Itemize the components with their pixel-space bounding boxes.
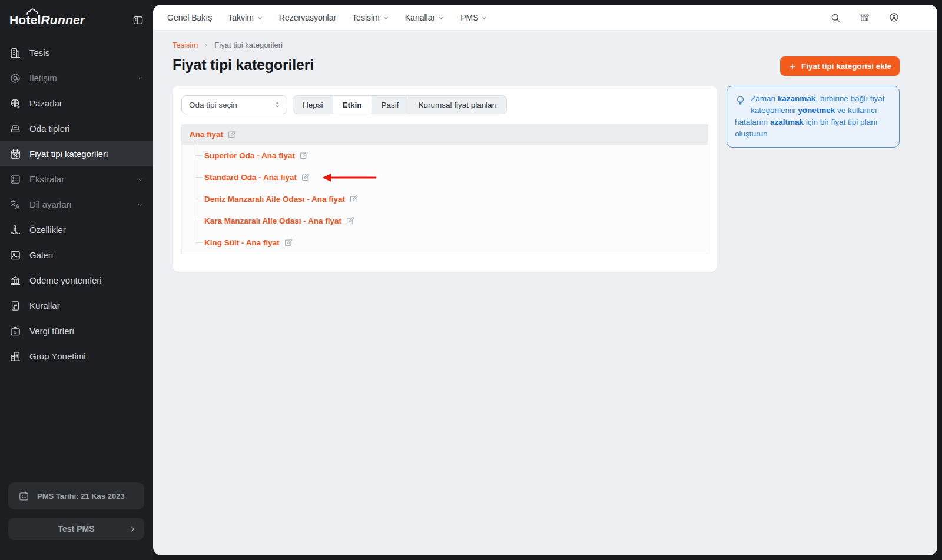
sidebar: HotelRunner Tesis İletişim Pazarlar Oda …: [0, 0, 153, 560]
tree-root-row: Ana fiyat: [181, 124, 708, 145]
pms-date-badge: PMS Tarihi: 21 Kas 2023: [8, 482, 144, 509]
filter-etkin[interactable]: Etkin: [333, 96, 372, 114]
store-icon[interactable]: [859, 12, 870, 23]
chevron-right-icon: [203, 42, 209, 48]
filter-pasif[interactable]: Pasif: [372, 96, 409, 114]
at-icon: [9, 72, 21, 84]
cloud-icon: [26, 8, 52, 15]
sidebar-item-label: Oda tipleri: [29, 124, 69, 134]
account-icon[interactable]: [888, 12, 900, 23]
sidebar-item-label: İletişim: [29, 73, 57, 83]
sidebar-item-odeme-yontemleri[interactable]: Ödeme yöntemleri: [0, 268, 153, 293]
chevron-down-icon: [481, 15, 487, 21]
tree-item-link[interactable]: Standard Oda - Ana fiyat: [204, 173, 310, 182]
topnav-kanallar[interactable]: Kanallar: [405, 13, 445, 22]
topnav-pms[interactable]: PMS: [460, 13, 487, 22]
topnav-takvim[interactable]: Takvim: [228, 13, 263, 22]
tree-item-label: Deniz Manzaralı Aile Odası - Ana fiyat: [204, 195, 345, 204]
add-rate-category-label: Fiyat tipi kategorisi ekle: [801, 62, 891, 71]
tree-row: Deniz Manzaralı Aile Odası - Ana fiyat: [182, 188, 708, 210]
building-icon: [9, 47, 21, 59]
topnav-tesisim[interactable]: Tesisim: [352, 13, 389, 22]
room-type-select[interactable]: Oda tipi seçin: [181, 95, 287, 114]
pms-date-label: PMS Tarihi: 21 Kas 2023: [37, 492, 125, 501]
annotation-arrow-left-icon: [321, 173, 378, 182]
buildings-icon: [9, 351, 21, 362]
edit-icon[interactable]: [299, 151, 308, 160]
sidebar-item-galeri[interactable]: Galeri: [0, 242, 153, 268]
edit-icon[interactable]: [349, 195, 358, 204]
topnav-label: Rezervasyonlar: [279, 13, 336, 22]
bank-icon: [9, 275, 21, 286]
sidebar-item-label: Kurallar: [29, 301, 60, 311]
sidebar-item-label: Dil ayarları: [29, 199, 72, 209]
sidebar-item-iletisim[interactable]: İletişim: [0, 65, 153, 91]
tree-body: Superior Oda - Ana fiyat Standard Oda - …: [181, 145, 708, 254]
tree-item-label: Kara Manzaralı Aile Odası - Ana fiyat: [204, 216, 341, 225]
status-filter-group: Hepsi Etkin Pasif Kurumsal fiyat planlar…: [293, 95, 507, 114]
sidebar-item-vergi-turleri[interactable]: $ Vergi türleri: [0, 318, 153, 344]
sidebar-item-pazarlar[interactable]: Pazarlar: [0, 91, 153, 116]
test-pms-button[interactable]: Test PMS: [8, 518, 144, 540]
breadcrumb-current: Fiyat tipi kategorileri: [214, 41, 283, 49]
sidebar-collapse-icon[interactable]: [132, 15, 144, 26]
filter-kurumsal-fiyat-planlari[interactable]: Kurumsal fiyat planları: [409, 96, 507, 114]
tree-item-link[interactable]: King Süit - Ana fiyat: [204, 238, 293, 247]
tip-text: Zaman kazanmak, birbirine bağlı fiyat ka…: [735, 94, 884, 138]
topnav-label: Kanallar: [405, 13, 435, 22]
tree-item-label: Superior Oda - Ana fiyat: [204, 151, 295, 160]
filter-hepsi[interactable]: Hepsi: [293, 96, 333, 114]
edit-icon[interactable]: [301, 173, 310, 182]
breadcrumb-parent[interactable]: Tesisim: [173, 41, 198, 49]
tree-root-label: Ana fiyat: [190, 130, 223, 139]
globe-cart-icon: [9, 98, 21, 109]
page-title: Fiyat tipi kategorileri: [173, 56, 314, 74]
tree-row: Superior Oda - Ana fiyat: [182, 145, 708, 166]
test-pms-label: Test PMS: [58, 524, 95, 534]
chevron-down-icon: [257, 15, 263, 21]
sidebar-item-tesis[interactable]: Tesis: [0, 40, 153, 65]
tip-box: Zaman kazanmak, birbirine bağlı fiyat ka…: [727, 86, 900, 148]
breadcrumb: Tesisim Fiyat tipi kategorileri: [173, 41, 900, 49]
edit-icon[interactable]: [346, 216, 354, 225]
sidebar-item-ozellikler[interactable]: Özellikler: [0, 217, 153, 242]
calendar-percent-icon: [9, 148, 21, 160]
add-rate-category-button[interactable]: Fiyat tipi kategorisi ekle: [780, 56, 900, 76]
sidebar-item-oda-tipleri[interactable]: Oda tipleri: [0, 116, 153, 141]
tree-item-link[interactable]: Superior Oda - Ana fiyat: [204, 151, 308, 160]
top-navigation: Genel Bakış Takvim Rezervasyonlar Tesisi…: [153, 5, 937, 31]
rate-category-tree: Ana fiyat Superior Oda - Ana fiyat: [181, 124, 708, 254]
sidebar-item-ekstralar[interactable]: Ekstralar: [0, 166, 153, 192]
extras-icon: [9, 174, 21, 185]
topnav-rezervasyonlar[interactable]: Rezervasyonlar: [279, 13, 336, 22]
edit-icon[interactable]: [227, 130, 236, 139]
brand-logo[interactable]: HotelRunner: [9, 13, 85, 27]
chevron-updown-icon: [273, 101, 281, 109]
sidebar-item-label: Ekstralar: [29, 174, 64, 184]
topnav-label: Tesisim: [352, 13, 380, 22]
tree-item-label: King Süit - Ana fiyat: [204, 238, 280, 247]
tax-icon: $: [9, 325, 21, 337]
tree-row: King Süit - Ana fiyat: [182, 232, 708, 254]
sidebar-item-label: Grup Yönetimi: [29, 351, 86, 361]
sidebar-item-grup-yonetimi[interactable]: Grup Yönetimi: [0, 344, 153, 369]
topnav-genel-bakis[interactable]: Genel Bakış: [167, 13, 212, 22]
sidebar-item-fiyat-tipi-kategorileri[interactable]: Fiyat tipi kategorileri: [0, 141, 153, 166]
calendar-smile-icon: [18, 491, 29, 502]
tree-item-link[interactable]: Deniz Manzaralı Aile Odası - Ana fiyat: [204, 195, 358, 204]
tree-root-link[interactable]: Ana fiyat: [190, 130, 236, 139]
plus-icon: [788, 62, 797, 71]
chevron-right-icon: [129, 525, 137, 533]
tree-item-label: Standard Oda - Ana fiyat: [204, 173, 297, 182]
main-sheet: Genel Bakış Takvim Rezervasyonlar Tesisi…: [153, 5, 937, 555]
rate-categories-card: Oda tipi seçin Hepsi Etkin Pasif Kurumsa…: [173, 86, 717, 272]
sidebar-item-label: Pazarlar: [29, 98, 62, 108]
sidebar-item-dil-ayarlari[interactable]: Dil ayarları: [0, 192, 153, 217]
topnav-label: PMS: [460, 13, 478, 22]
pool-icon: [9, 224, 21, 236]
chevron-down-icon: [438, 15, 445, 21]
tree-item-link[interactable]: Kara Manzaralı Aile Odası - Ana fiyat: [204, 216, 354, 225]
search-icon[interactable]: [830, 12, 841, 23]
sidebar-item-kurallar[interactable]: Kurallar: [0, 293, 153, 318]
edit-icon[interactable]: [284, 238, 293, 247]
